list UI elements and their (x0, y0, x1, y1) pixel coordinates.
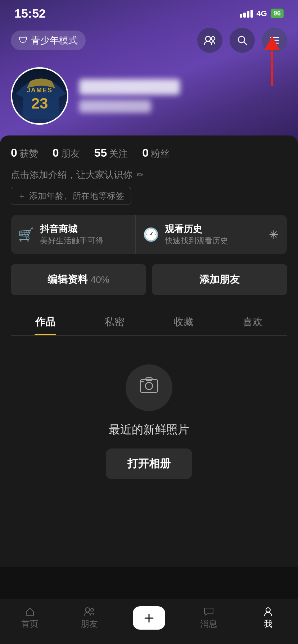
avatar[interactable]: JAMES 23 (11, 67, 68, 125)
empty-icon-container (126, 364, 172, 411)
quick-actions-row: 🛒 抖音商城 美好生活触手可得 🕐 观看历史 快速找到观看历史 ✳ (11, 215, 287, 254)
edit-profile-progress: 40% (91, 274, 109, 285)
friends-icon (204, 35, 216, 45)
shop-action[interactable]: 🛒 抖音商城 美好生活触手可得 (11, 215, 136, 254)
asterisk-icon: ✳ (269, 228, 279, 242)
nav-me[interactable]: 我 (238, 607, 298, 630)
photo-icon (139, 377, 159, 399)
shop-icon: 🛒 (18, 227, 34, 242)
tab-likes[interactable]: 喜欢 (218, 308, 287, 335)
nav-messages[interactable]: 消息 (179, 607, 239, 630)
tab-private[interactable]: 私密 (80, 308, 149, 335)
add-friend-button[interactable]: 添加朋友 (152, 264, 287, 295)
nav-home-label: 首页 (21, 618, 39, 630)
jersey-text: JAMES 23 (27, 87, 53, 112)
nav-me-label: 我 (264, 618, 272, 630)
tab-favorites-label: 收藏 (173, 316, 194, 327)
svg-point-12 (91, 608, 94, 611)
followers-label: 粉丝 (151, 147, 170, 160)
battery-level: 96 (271, 9, 284, 18)
shop-title: 抖音商城 (40, 223, 103, 235)
search-icon (237, 35, 248, 46)
friends-nav-icon (84, 607, 95, 617)
avatar-image: JAMES 23 (12, 69, 67, 123)
username-blur-2 (79, 100, 151, 113)
likes-label: 获赞 (19, 147, 38, 160)
add-tags-button[interactable]: ＋ 添加年龄、所在地等标签 (11, 187, 131, 205)
history-subtitle: 快速找到观看历史 (165, 235, 228, 246)
open-album-label: 打开相册 (127, 457, 171, 469)
red-arrow-head (264, 36, 280, 50)
nav-friends-label: 朋友 (81, 618, 98, 630)
tab-works[interactable]: 作品 (11, 308, 80, 335)
tags-button-label: 添加年龄、所在地等标签 (29, 190, 124, 202)
more-action[interactable]: ✳ (260, 220, 287, 249)
friends-icon-button[interactable] (197, 28, 222, 53)
status-bar: 15:52 4G 96 (0, 0, 298, 24)
stat-following: 55 关注 (94, 146, 128, 160)
main-content: 0 获赞 0 朋友 55 关注 0 粉丝 点击添加介绍，让大家认识你 ✏ ＋ 添… (0, 135, 298, 567)
empty-state: 最近的新鲜照片 打开相册 (11, 336, 287, 501)
history-title: 观看历史 (165, 223, 228, 235)
svg-point-11 (85, 608, 90, 612)
stat-friends: 0 朋友 (53, 146, 80, 160)
tab-likes-label: 喜欢 (243, 316, 263, 327)
edit-profile-label: 编辑资料 (48, 274, 91, 285)
svg-point-15 (266, 608, 270, 612)
profile-nav-icon (263, 607, 273, 617)
profile-area: JAMES 23 (0, 60, 298, 135)
nav-messages-label: 消息 (200, 618, 217, 630)
photo-svg-icon (139, 377, 159, 395)
add-button[interactable] (133, 606, 165, 630)
red-arrow-annotation (264, 36, 280, 86)
status-icons: 4G 96 (240, 9, 284, 18)
plus-icon: ＋ (18, 190, 26, 202)
username-blur-1 (79, 79, 180, 95)
network-type: 4G (257, 9, 267, 18)
history-action[interactable]: 🕐 观看历史 快速找到观看历史 (136, 215, 261, 254)
message-icon (204, 607, 214, 617)
youth-mode-button[interactable]: 🛡 青少年模式 (11, 31, 86, 50)
plus-nav-icon (142, 611, 156, 625)
status-time: 15:52 (14, 6, 46, 20)
svg-point-0 (206, 36, 211, 41)
edit-profile-button[interactable]: 编辑资料 40% (11, 264, 146, 295)
shop-subtitle: 美好生活触手可得 (40, 235, 103, 246)
search-icon-button[interactable] (230, 28, 255, 53)
followers-count: 0 (142, 146, 149, 160)
content-tabs: 作品 私密 收藏 喜欢 (11, 308, 287, 336)
top-nav: 🛡 青少年模式 (0, 24, 298, 60)
stat-followers: 0 粉丝 (142, 146, 170, 160)
bottom-nav: 首页 朋友 消息 我 (0, 599, 298, 644)
open-album-button[interactable]: 打开相册 (106, 448, 192, 479)
svg-point-1 (211, 37, 215, 40)
history-text: 观看历史 快速找到观看历史 (165, 223, 228, 246)
nav-home[interactable]: 首页 (0, 607, 60, 630)
add-friend-label: 添加朋友 (199, 274, 240, 285)
action-buttons-row: 编辑资料 40% 添加朋友 (11, 264, 287, 295)
svg-point-8 (145, 382, 153, 390)
following-label: 关注 (109, 147, 128, 160)
bio-placeholder-text: 点击添加介绍，让大家认识你 (11, 169, 132, 181)
red-arrow-shaft (271, 50, 273, 86)
likes-count: 0 (11, 146, 17, 160)
friends-label: 朋友 (61, 147, 80, 160)
home-icon (25, 607, 35, 617)
svg-line-3 (244, 42, 247, 45)
nav-friends[interactable]: 朋友 (60, 607, 119, 630)
friends-count: 0 (53, 146, 59, 160)
edit-icon: ✏ (137, 170, 143, 180)
username-blurred-area (79, 79, 287, 113)
following-count: 55 (94, 146, 107, 160)
history-icon: 🕐 (143, 227, 159, 242)
signal-bars-icon (240, 10, 253, 18)
tab-favorites[interactable]: 收藏 (149, 308, 218, 335)
stat-likes: 0 获赞 (11, 146, 38, 160)
shield-icon: 🛡 (19, 35, 28, 46)
empty-state-title: 最近的新鲜照片 (109, 422, 189, 438)
shop-text: 抖音商城 美好生活触手可得 (40, 223, 103, 246)
nav-add[interactable] (119, 606, 179, 630)
tab-private-label: 私密 (104, 316, 125, 327)
tab-works-label: 作品 (35, 316, 55, 327)
bio-line[interactable]: 点击添加介绍，让大家认识你 ✏ (11, 169, 287, 181)
